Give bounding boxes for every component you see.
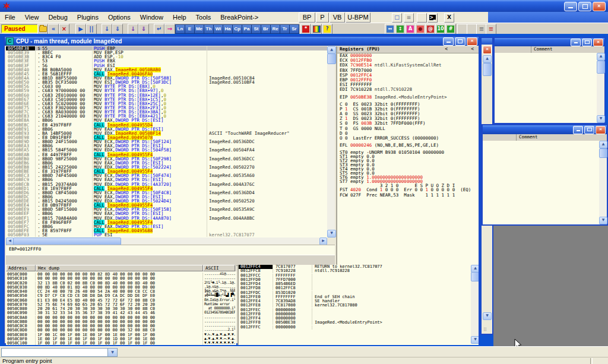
menu-debug[interactable]: Debug (43, 14, 72, 21)
dump-row[interactable]: 0050C02032 13 8B C0 02 00 8B C0 00 8D 40… (6, 280, 236, 284)
close-button[interactable]: × (593, 39, 603, 46)
disasm-row[interactable]: 0050BE38$55PUSH EBP (6, 46, 327, 50)
scrollbar-thumb[interactable] (483, 63, 492, 76)
dump-row[interactable]: 0050C07052 75 6E 74 69 6D 65 20 65 72 72… (6, 302, 236, 306)
pause-button[interactable]: || (86, 24, 97, 34)
abort-button[interactable]: × (59, 24, 69, 34)
chevron-left-icon[interactable]: < (445, 46, 448, 52)
pane-button-cp[interactable]: Cp (232, 24, 242, 34)
scroll-down-button[interactable]: ▼ (483, 312, 492, 320)
pane-button-pa[interactable]: Pa (242, 24, 252, 34)
register-line[interactable]: T 0 GS 0000 NULL (337, 126, 479, 131)
dump-row[interactable]: 0050C01000 00 00 00 00 00 00 00 00 00 00… (6, 276, 236, 280)
stack-row[interactable]: 0012FFF80050BE38ImageRed.<ModuleEntryPoi… (239, 321, 479, 325)
scroll-down-button[interactable]: ▼ (597, 115, 605, 123)
scrollbar-thumb[interactable] (327, 53, 336, 64)
registers-pane[interactable]: Registers (FPU) < < EAX 00000000ECX 0012… (336, 46, 479, 265)
register-line[interactable]: EIP 0050BE38 ImageRed.<ModuleEntryPoint> (337, 95, 479, 100)
menu-plugins[interactable]: Plugins (72, 14, 103, 21)
comment-column-header[interactable]: Comment (517, 134, 538, 141)
pane-button-re[interactable]: Re (270, 24, 280, 34)
cpu-minimize-button[interactable] (443, 37, 454, 46)
disasm-row[interactable]: 0050BEF7.E8 F896F8FFCALL ImageRed.004955… (6, 220, 327, 224)
disassembly-pane[interactable]: 0050BE38$55PUSH EBP0050BE39.8BECMOV EBP,… (6, 46, 327, 238)
stack-row[interactable]: 0012FFE87C817080kernel32.7C817080 (239, 303, 479, 308)
stack-row[interactable]: 0012FFF000000000 (239, 312, 479, 316)
disasm-row[interactable]: 0050BEB0.8B0D 98F25000MOV ECX,DWORD PTR … (6, 157, 327, 161)
scrollbar-thumb[interactable] (597, 61, 605, 74)
back-button[interactable]: « (48, 24, 59, 34)
copy-doc-button[interactable]: □ (392, 13, 402, 23)
disassembly-hscrollbar[interactable]: ◀ ▶ (6, 238, 327, 244)
menu-button-p[interactable]: P (316, 12, 329, 23)
scroll-up-button[interactable]: ▲ (483, 55, 492, 63)
resize-grip[interactable] (483, 323, 490, 330)
console-button[interactable]: >_ (428, 13, 438, 23)
run-button[interactable]: ▶ (75, 24, 86, 34)
options-gear-button[interactable]: * (300, 24, 311, 34)
minimize-button[interactable] (571, 39, 581, 46)
goto-button[interactable]: → (164, 24, 175, 34)
register-line[interactable]: EFL 00000246 (NO,NB,E,BE,NS,PE,GE,LE) (337, 143, 479, 148)
pane-button-wi[interactable]: Wi (213, 24, 223, 34)
pane-button-me[interactable]: Me (194, 24, 204, 34)
disasm-row[interactable]: 0050BF03.5EPOP ESIkernel32.7C817077 (6, 233, 327, 237)
menu-options[interactable]: Options (103, 14, 135, 21)
step-over-button[interactable]: ⇓ (112, 24, 123, 34)
scrollbar-thumb[interactable] (599, 148, 607, 158)
menu-close-button[interactable]: X (444, 13, 454, 23)
unnamed-column-header[interactable] (483, 134, 517, 141)
menu-tools[interactable]: Tools (191, 14, 216, 21)
window-button[interactable]: # (445, 24, 456, 34)
memo-button[interactable]: ≡ (404, 13, 414, 23)
open-folder-button[interactable] (417, 13, 427, 23)
dump-row[interactable]: 0050C040CC 24 40 00 78 26 40 00 54 2A 40… (6, 289, 236, 293)
stack-row[interactable]: 0012FFD48054B6ED (239, 282, 479, 286)
menu-button-bp[interactable]: BP (299, 12, 315, 23)
command-combobox[interactable]: ▼ (1, 348, 118, 357)
disasm-row[interactable]: 0050BE3B.83C4 F0ADD ESP,-10 (6, 55, 327, 59)
comment-window-titlebar[interactable]: × (495, 38, 604, 46)
close-button[interactable]: × (596, 126, 606, 134)
disasm-row[interactable]: 0050BE83.C683 21040000 00MOV BYTE PTR DS… (6, 114, 327, 118)
pane-button-ln[interactable]: Ln (175, 24, 185, 34)
cpu-close-button[interactable]: × (467, 37, 477, 46)
maximize-button[interactable] (582, 39, 592, 46)
dump-row[interactable]: 0050C0D000 00 00 00 00 00 00 00 00 00 00… (6, 327, 236, 331)
menu-button-u-bpm[interactable]: U-BPM (346, 12, 370, 23)
menu-button-vb[interactable]: VB (330, 12, 345, 23)
menu-view[interactable]: View (20, 14, 44, 21)
till-return-button[interactable]: ↵ (154, 24, 164, 34)
menu-window[interactable]: Window (135, 14, 168, 21)
stack-row[interactable]: 0012FFC47C817077RETURN to kernel32.7C817… (239, 265, 479, 269)
main-titlebar[interactable]: ✶ × (0, 0, 608, 12)
comment-window-titlebar[interactable]: × (483, 125, 607, 134)
trace-over-button[interactable]: ⇓ (138, 24, 149, 34)
stack-row[interactable]: 0012FFCCFFFFFFFF (239, 274, 479, 278)
disasm-row[interactable]: 0050BED6.8B0D C8F45000MOV ECX,DWORD PTR … (6, 191, 327, 195)
scroll-down-button[interactable]: ▼ (471, 336, 479, 344)
dump-row[interactable]: 0050C050C9 D7 CF C8 CD CE DB D8 DA D9 CA… (6, 293, 236, 297)
dump-row[interactable]: 0050C08020 20 61 74 20 30 30 30 30 30 30… (6, 306, 236, 310)
pane-button-tr[interactable]: Tr (280, 24, 290, 34)
hex-button[interactable]: 10 (435, 24, 446, 34)
spiral-button[interactable]: @ (425, 24, 436, 34)
dump-row[interactable]: 0050C060E1 E3 00 E4 E5 8D 40 00 45 72 72… (6, 297, 236, 302)
disasm-row[interactable]: 0050BE9D.8B0D 24F15000MOV ECX,DWORD PTR … (6, 140, 327, 144)
disasm-row[interactable]: 0050BE3E.53PUSH EBX (6, 59, 327, 63)
register-line[interactable]: FCW 027F Prec NEAR,53 Mask 1 1 1 1 1 1 (337, 193, 479, 198)
scrollbar-thumb[interactable] (471, 272, 479, 281)
unnamed-column-header[interactable] (495, 46, 531, 53)
disasm-row[interactable]: 0050BEC3.8B0D 74F45000MOV ECX,DWORD PTR … (6, 173, 327, 178)
restore-button[interactable] (578, 2, 591, 11)
minimize-button[interactable] (573, 126, 583, 134)
trace-into-button[interactable]: ↓ (128, 24, 138, 34)
comment-window-vscrollbar[interactable]: ▲ ▼ (599, 141, 607, 224)
assemble-button[interactable]: A (405, 24, 416, 34)
dump-row[interactable]: 0050C0E01F 00 1C 00 1F 00 1E 00 1F 00 1E… (6, 332, 236, 336)
breakpoint-button[interactable]: ● (415, 24, 426, 34)
dump-pane[interactable]: Address Hex dump ASCII 0050C00000 00 00 … (6, 265, 236, 345)
dump-row[interactable]: 0050C1001F 00 1F 00 1F 00 1F 00 1F 00 1F… (6, 340, 236, 344)
cpu-restore-button[interactable] (455, 37, 466, 46)
pane-button-st[interactable]: St (251, 24, 261, 34)
